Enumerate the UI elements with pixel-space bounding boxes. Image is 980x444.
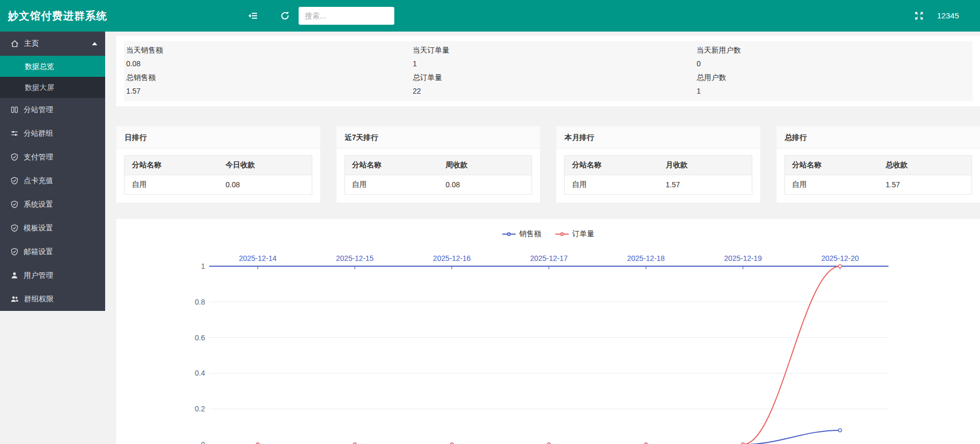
shield-check-icon [11, 248, 18, 256]
svg-text:2025-12-16: 2025-12-16 [433, 254, 471, 263]
chevron-up-icon [92, 42, 97, 45]
stat-label: 当天订单量 [413, 46, 697, 55]
stat-label: 当天新用户数 [697, 46, 973, 55]
ranking-card-body: 分站名称 总收款 自用 1.57 [777, 148, 980, 203]
stat-total-sales: 总销售额 1.57 [126, 73, 413, 95]
svg-text:2025-12-15: 2025-12-15 [336, 254, 374, 263]
column-header-site-name: 分站名称 [125, 160, 226, 170]
sidebar-item-label: 分站管理 [24, 105, 53, 115]
stats-card: 当天销售额 0.08 当天订单量 1 当天新用户数 0 总销售额 1.57 总订… [116, 36, 980, 106]
sidebar-item-label: 主页 [24, 39, 39, 48]
stat-value: 1.57 [126, 87, 413, 95]
column-header-site-name: 分站名称 [345, 160, 446, 170]
collapse-menu-icon-glyph [248, 11, 258, 21]
svg-text:0: 0 [201, 440, 205, 444]
line-circle-marker-icon [502, 231, 516, 237]
column-header-site-name: 分站名称 [785, 160, 886, 170]
sidebar-item-label: 邮箱设置 [24, 247, 53, 257]
stat-today-orders: 当天订单量 1 [413, 46, 697, 68]
sales-orders-chart-card: 销售额 订单量 00.20.40.60.812025-12-142025-12-… [116, 219, 980, 444]
sidebar-item-branch-manage[interactable]: 分站管理 [0, 98, 105, 122]
sidebar-item-label: 用户管理 [24, 271, 53, 280]
sidebar-item-payment-manage[interactable]: 支付管理 [0, 145, 105, 169]
ranking-card-body: 分站名称 月收款 自用 1.57 [556, 148, 760, 203]
sidebar: 主页 数据总览 数据大屏 分站管理 分站群组 支付管理 [0, 32, 105, 311]
refresh-icon[interactable] [275, 0, 294, 32]
chart-legend: 销售额 订单量 [116, 229, 980, 239]
ranking-table: 分站名称 今日收款 自用 0.08 [124, 155, 312, 195]
ranking-card-title: 总排行 [777, 126, 980, 148]
stat-label: 总用户数 [697, 73, 973, 83]
cell-amount: 0.08 [226, 180, 312, 189]
stat-total-orders: 总订单量 22 [413, 73, 697, 95]
table-row: 自用 1.57 [565, 175, 752, 194]
search-input[interactable] [299, 7, 394, 25]
ranking-card-title: 日排行 [116, 126, 320, 148]
sales-orders-chart: 00.20.40.60.812025-12-142025-12-152025-1… [116, 240, 980, 444]
ranking-card-daily: 日排行 分站名称 今日收款 自用 0.08 [116, 126, 320, 203]
ranking-card-week: 近7天排行 分站名称 周收款 自用 0.08 [336, 126, 540, 203]
svg-text:0.4: 0.4 [195, 369, 206, 377]
stat-value: 1 [413, 59, 697, 68]
table-row: 自用 0.08 [125, 175, 312, 194]
sidebar-item-label: 点卡充值 [24, 176, 53, 186]
stats-panel: 当天销售额 0.08 当天订单量 1 当天新用户数 0 总销售额 1.57 总订… [124, 41, 973, 101]
sidebar-item-label: 数据大屏 [25, 83, 54, 92]
column-header-amount: 总收款 [885, 160, 972, 170]
svg-text:0.8: 0.8 [195, 298, 206, 306]
top-navbar: 妙文馆付费进群系统 12345 [0, 0, 980, 32]
ranking-cards-row: 日排行 分站名称 今日收款 自用 0.08 近7天排行 [116, 126, 980, 203]
sidebar-item-label: 分站群组 [24, 129, 53, 138]
ranking-card-body: 分站名称 周收款 自用 0.08 [336, 148, 540, 203]
sidebar-item-branch-groups[interactable]: 分站群组 [0, 122, 105, 145]
cell-site-name: 自用 [785, 180, 886, 189]
search-box [299, 7, 394, 25]
sidebar-item-user-manage[interactable]: 用户管理 [0, 264, 105, 287]
legend-item-sales[interactable]: 销售额 [502, 229, 542, 239]
username[interactable]: 12345 [937, 0, 959, 32]
table-row: 自用 0.08 [345, 175, 532, 194]
stat-value: 1 [697, 87, 973, 95]
sidebar-item-card-recharge[interactable]: 点卡充值 [0, 169, 105, 193]
column-header-amount: 周收款 [445, 160, 532, 170]
sidebar-item-home[interactable]: 主页 [0, 32, 105, 56]
fullscreen-icon[interactable] [910, 0, 928, 32]
collapse-menu-icon[interactable] [243, 0, 262, 32]
table-header-row: 分站名称 今日收款 [125, 156, 312, 175]
shield-check-icon [11, 200, 18, 208]
shield-check-icon [11, 177, 18, 185]
sidebar-item-label: 系统设置 [24, 200, 53, 209]
sidebar-item-data-overview[interactable]: 数据总览 [0, 56, 105, 77]
refresh-icon-glyph [280, 11, 290, 21]
svg-text:1: 1 [201, 262, 205, 270]
stat-today-new-users: 当天新用户数 0 [697, 46, 973, 68]
app-title: 妙文馆付费进群系统 [8, 0, 107, 32]
legend-item-orders[interactable]: 订单量 [555, 229, 595, 239]
stat-value: 0.08 [126, 59, 413, 68]
sidebar-item-system-settings[interactable]: 系统设置 [0, 193, 105, 216]
ranking-card-total: 总排行 分站名称 总收款 自用 1.57 [777, 126, 980, 203]
main-content: 当天销售额 0.08 当天订单量 1 当天新用户数 0 总销售额 1.57 总订… [105, 32, 980, 444]
sidebar-item-label: 模板设置 [24, 224, 53, 233]
sidebar-item-data-screen[interactable]: 数据大屏 [0, 77, 105, 98]
sliders-icon [11, 129, 18, 137]
ranking-card-title: 近7天排行 [336, 126, 540, 148]
table-header-row: 分站名称 总收款 [785, 156, 972, 175]
home-icon [11, 39, 19, 48]
table-header-row: 分站名称 月收款 [565, 156, 752, 175]
table-row: 自用 1.57 [785, 175, 972, 194]
svg-text:2025-12-19: 2025-12-19 [724, 254, 762, 263]
stat-label: 总销售额 [126, 73, 413, 83]
line-circle-marker-icon [555, 231, 569, 237]
sidebar-item-mail-settings[interactable]: 邮箱设置 [0, 240, 105, 264]
legend-label: 订单量 [573, 229, 595, 239]
columns-icon [11, 106, 18, 114]
sidebar-item-template-settings[interactable]: 模板设置 [0, 216, 105, 240]
shield-check-icon [11, 153, 18, 161]
ranking-table: 分站名称 总收款 自用 1.57 [784, 155, 973, 195]
stat-value: 22 [413, 87, 697, 95]
sidebar-item-group-permissions[interactable]: 群组权限 [0, 287, 105, 311]
svg-text:2025-12-17: 2025-12-17 [530, 254, 568, 263]
column-header-amount: 月收款 [666, 160, 752, 170]
ranking-table: 分站名称 周收款 自用 0.08 [344, 155, 533, 195]
